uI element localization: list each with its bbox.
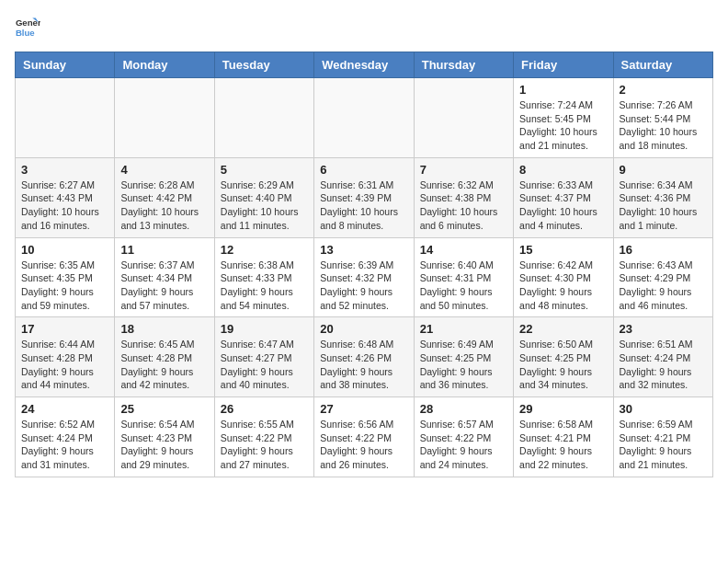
day-number: 29 (519, 402, 607, 416)
calendar-cell: 20Sunrise: 6:48 AM Sunset: 4:26 PM Dayli… (314, 317, 414, 397)
calendar-cell: 9Sunrise: 6:34 AM Sunset: 4:36 PM Daylig… (613, 157, 712, 237)
day-number: 6 (320, 163, 407, 177)
day-info: Sunrise: 6:50 AM Sunset: 4:25 PM Dayligh… (519, 338, 607, 392)
day-number: 22 (519, 322, 607, 336)
calendar-week-row: 10Sunrise: 6:35 AM Sunset: 4:35 PM Dayli… (16, 237, 713, 317)
day-number: 1 (519, 83, 607, 97)
day-number: 30 (620, 402, 707, 416)
calendar-cell: 14Sunrise: 6:40 AM Sunset: 4:31 PM Dayli… (414, 237, 513, 317)
day-info: Sunrise: 6:54 AM Sunset: 4:23 PM Dayligh… (120, 418, 208, 472)
day-number: 7 (420, 163, 507, 177)
calendar-week-row: 17Sunrise: 6:44 AM Sunset: 4:28 PM Dayli… (16, 317, 713, 397)
day-number: 3 (21, 163, 108, 177)
calendar-week-row: 3Sunrise: 6:27 AM Sunset: 4:43 PM Daylig… (16, 157, 713, 237)
column-header-saturday: Saturday (613, 52, 712, 78)
day-info: Sunrise: 6:34 AM Sunset: 4:36 PM Dayligh… (620, 178, 707, 233)
calendar-cell: 12Sunrise: 6:38 AM Sunset: 4:33 PM Dayli… (214, 237, 313, 317)
calendar-cell (115, 78, 214, 158)
calendar-header-row: SundayMondayTuesdayWednesdayThursdayFrid… (16, 52, 713, 78)
day-number: 15 (519, 243, 607, 257)
day-number: 14 (420, 243, 507, 257)
column-header-wednesday: Wednesday (314, 52, 414, 78)
day-info: Sunrise: 7:24 AM Sunset: 5:45 PM Dayligh… (519, 98, 607, 153)
day-info: Sunrise: 6:43 AM Sunset: 4:29 PM Dayligh… (620, 259, 707, 313)
day-info: Sunrise: 7:26 AM Sunset: 5:44 PM Dayligh… (620, 98, 707, 153)
day-info: Sunrise: 6:59 AM Sunset: 4:21 PM Dayligh… (620, 418, 707, 472)
day-info: Sunrise: 6:42 AM Sunset: 4:30 PM Dayligh… (519, 259, 607, 313)
day-info: Sunrise: 6:35 AM Sunset: 4:35 PM Dayligh… (21, 259, 108, 313)
calendar-cell: 18Sunrise: 6:45 AM Sunset: 4:28 PM Dayli… (115, 317, 214, 397)
column-header-monday: Monday (115, 52, 214, 78)
calendar-cell (414, 78, 513, 158)
day-info: Sunrise: 6:28 AM Sunset: 4:42 PM Dayligh… (120, 178, 208, 233)
logo: General Blue (15, 15, 40, 40)
day-info: Sunrise: 6:47 AM Sunset: 4:27 PM Dayligh… (221, 338, 308, 392)
day-number: 12 (221, 243, 308, 257)
calendar-table: SundayMondayTuesdayWednesdayThursdayFrid… (15, 52, 713, 477)
calendar-cell: 24Sunrise: 6:52 AM Sunset: 4:24 PM Dayli… (16, 397, 115, 477)
calendar-cell: 2Sunrise: 7:26 AM Sunset: 5:44 PM Daylig… (613, 78, 712, 158)
day-number: 23 (620, 322, 707, 336)
day-info: Sunrise: 6:31 AM Sunset: 4:39 PM Dayligh… (320, 178, 407, 233)
calendar-cell: 16Sunrise: 6:43 AM Sunset: 4:29 PM Dayli… (613, 237, 712, 317)
calendar-cell: 22Sunrise: 6:50 AM Sunset: 4:25 PM Dayli… (514, 317, 613, 397)
day-info: Sunrise: 6:45 AM Sunset: 4:28 PM Dayligh… (120, 338, 208, 392)
day-info: Sunrise: 6:38 AM Sunset: 4:33 PM Dayligh… (221, 259, 308, 313)
day-number: 13 (320, 243, 407, 257)
day-number: 2 (620, 83, 707, 97)
calendar-cell: 28Sunrise: 6:57 AM Sunset: 4:22 PM Dayli… (414, 397, 513, 477)
calendar-cell: 7Sunrise: 6:32 AM Sunset: 4:38 PM Daylig… (414, 157, 513, 237)
calendar-cell: 10Sunrise: 6:35 AM Sunset: 4:35 PM Dayli… (16, 237, 115, 317)
calendar-cell: 27Sunrise: 6:56 AM Sunset: 4:22 PM Dayli… (314, 397, 414, 477)
day-number: 20 (320, 322, 407, 336)
day-info: Sunrise: 6:29 AM Sunset: 4:40 PM Dayligh… (221, 178, 308, 233)
column-header-thursday: Thursday (414, 52, 513, 78)
calendar-cell (214, 78, 313, 158)
day-number: 25 (120, 402, 208, 416)
calendar-cell (16, 78, 115, 158)
day-info: Sunrise: 6:57 AM Sunset: 4:22 PM Dayligh… (420, 418, 507, 472)
calendar-cell: 23Sunrise: 6:51 AM Sunset: 4:24 PM Dayli… (613, 317, 712, 397)
day-info: Sunrise: 6:27 AM Sunset: 4:43 PM Dayligh… (21, 178, 108, 233)
day-info: Sunrise: 6:48 AM Sunset: 4:26 PM Dayligh… (320, 338, 407, 392)
calendar-cell (314, 78, 414, 158)
calendar-cell: 17Sunrise: 6:44 AM Sunset: 4:28 PM Dayli… (16, 317, 115, 397)
calendar-cell: 21Sunrise: 6:49 AM Sunset: 4:25 PM Dayli… (414, 317, 513, 397)
day-number: 24 (21, 402, 108, 416)
page-header: General Blue (15, 15, 713, 40)
day-info: Sunrise: 6:51 AM Sunset: 4:24 PM Dayligh… (620, 338, 707, 392)
calendar-cell: 25Sunrise: 6:54 AM Sunset: 4:23 PM Dayli… (115, 397, 214, 477)
day-number: 11 (120, 243, 208, 257)
day-number: 19 (221, 322, 308, 336)
svg-text:General: General (16, 17, 40, 28)
day-number: 27 (320, 402, 407, 416)
calendar-cell: 11Sunrise: 6:37 AM Sunset: 4:34 PM Dayli… (115, 237, 214, 317)
calendar-cell: 26Sunrise: 6:55 AM Sunset: 4:22 PM Dayli… (214, 397, 313, 477)
day-info: Sunrise: 6:52 AM Sunset: 4:24 PM Dayligh… (21, 418, 108, 472)
day-number: 5 (221, 163, 308, 177)
calendar-cell: 1Sunrise: 7:24 AM Sunset: 5:45 PM Daylig… (514, 78, 613, 158)
day-number: 8 (519, 163, 607, 177)
calendar-cell: 29Sunrise: 6:58 AM Sunset: 4:21 PM Dayli… (514, 397, 613, 477)
day-number: 4 (120, 163, 208, 177)
day-info: Sunrise: 6:39 AM Sunset: 4:32 PM Dayligh… (320, 259, 407, 313)
day-info: Sunrise: 6:55 AM Sunset: 4:22 PM Dayligh… (221, 418, 308, 472)
day-info: Sunrise: 6:33 AM Sunset: 4:37 PM Dayligh… (519, 178, 607, 233)
day-info: Sunrise: 6:56 AM Sunset: 4:22 PM Dayligh… (320, 418, 407, 472)
calendar-cell: 4Sunrise: 6:28 AM Sunset: 4:42 PM Daylig… (115, 157, 214, 237)
day-number: 9 (620, 163, 707, 177)
calendar-week-row: 1Sunrise: 7:24 AM Sunset: 5:45 PM Daylig… (16, 78, 713, 158)
day-info: Sunrise: 6:44 AM Sunset: 4:28 PM Dayligh… (21, 338, 108, 392)
calendar-week-row: 24Sunrise: 6:52 AM Sunset: 4:24 PM Dayli… (16, 397, 713, 477)
day-number: 18 (120, 322, 208, 336)
day-number: 21 (420, 322, 507, 336)
day-number: 17 (21, 322, 108, 336)
calendar-cell: 15Sunrise: 6:42 AM Sunset: 4:30 PM Dayli… (514, 237, 613, 317)
calendar-cell: 30Sunrise: 6:59 AM Sunset: 4:21 PM Dayli… (613, 397, 712, 477)
day-info: Sunrise: 6:49 AM Sunset: 4:25 PM Dayligh… (420, 338, 507, 392)
day-number: 16 (620, 243, 707, 257)
day-info: Sunrise: 6:40 AM Sunset: 4:31 PM Dayligh… (420, 259, 507, 313)
day-info: Sunrise: 6:37 AM Sunset: 4:34 PM Dayligh… (120, 259, 208, 313)
calendar-cell: 13Sunrise: 6:39 AM Sunset: 4:32 PM Dayli… (314, 237, 414, 317)
svg-text:Blue: Blue (16, 28, 35, 38)
